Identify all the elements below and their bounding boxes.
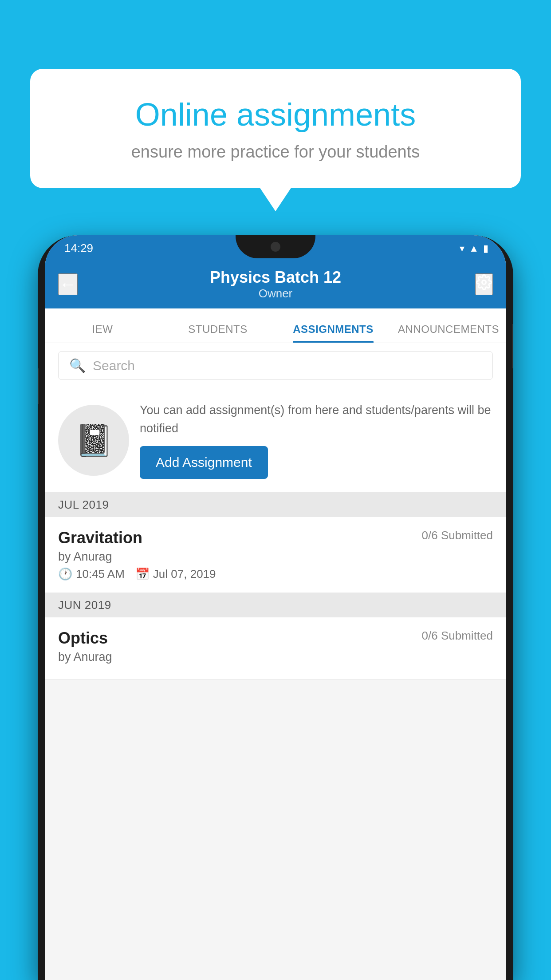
tab-students[interactable]: STUDENTS <box>160 323 276 343</box>
assignment-author-gravitation: by Anurag <box>58 550 493 564</box>
notebook-icon: 📓 <box>75 422 113 458</box>
tab-iew[interactable]: IEW <box>45 323 160 343</box>
assignment-date-gravitation: 📅 Jul 07, 2019 <box>135 567 216 581</box>
section-header-jun: JUN 2019 <box>45 593 506 617</box>
svg-point-0 <box>482 280 486 284</box>
speech-bubble-title: Online assignments <box>61 95 490 134</box>
back-button[interactable]: ← <box>58 273 78 295</box>
assignment-item-gravitation[interactable]: Gravitation 0/6 Submitted by Anurag 🕐 10… <box>45 517 506 593</box>
phone-frame: 14:29 ▾ ▲ ▮ ← Physics Batch 12 Owner <box>38 235 513 980</box>
signal-icon: ▲ <box>469 243 479 254</box>
assignment-submitted-gravitation: 0/6 Submitted <box>422 529 493 542</box>
assignment-row-top-optics: Optics 0/6 Submitted <box>58 629 493 648</box>
assignment-row-top: Gravitation 0/6 Submitted <box>58 529 493 547</box>
assignment-time-gravitation: 🕐 10:45 AM <box>58 567 125 581</box>
assignment-title-optics: Optics <box>58 629 108 648</box>
speech-bubble: Online assignments ensure more practice … <box>30 69 521 188</box>
assignment-meta-gravitation: 🕐 10:45 AM 📅 Jul 07, 2019 <box>58 567 493 581</box>
promo-box: 📓 You can add assignment(s) from here an… <box>45 388 506 493</box>
speech-bubble-container: Online assignments ensure more practice … <box>30 69 521 188</box>
tab-announcements[interactable]: ANNOUNCEMENTS <box>391 323 506 343</box>
app-bar-title-wrap: Physics Batch 12 Owner <box>210 268 341 300</box>
promo-description: You can add assignment(s) from here and … <box>140 401 493 437</box>
side-button-left <box>38 368 39 404</box>
side-button-right <box>512 324 513 368</box>
tab-assignments[interactable]: ASSIGNMENTS <box>276 323 391 343</box>
phone-inner: 14:29 ▾ ▲ ▮ ← Physics Batch 12 Owner <box>45 235 506 980</box>
search-placeholder-text: Search <box>93 358 135 373</box>
settings-button[interactable] <box>475 273 493 295</box>
status-time: 14:29 <box>64 240 93 255</box>
speech-bubble-subtitle: ensure more practice for your students <box>61 142 490 162</box>
battery-icon: ▮ <box>483 243 488 254</box>
promo-icon-circle: 📓 <box>58 405 129 476</box>
status-icons: ▾ ▲ ▮ <box>460 241 488 254</box>
screen-content: 🔍 Search 📓 You can add assignment(s) fro… <box>45 343 506 980</box>
phone-notch <box>236 235 315 258</box>
clock-icon: 🕐 <box>58 567 72 581</box>
promo-text-wrap: You can add assignment(s) from here and … <box>140 401 493 479</box>
assignment-submitted-optics: 0/6 Submitted <box>422 629 493 643</box>
wifi-icon: ▾ <box>460 243 464 254</box>
app-bar-title: Physics Batch 12 <box>210 268 341 287</box>
assignment-author-optics: by Anurag <box>58 650 493 664</box>
search-bar-container: 🔍 Search <box>45 343 506 388</box>
app-bar: ← Physics Batch 12 Owner <box>45 260 506 308</box>
app-bar-subtitle: Owner <box>210 287 341 300</box>
camera-dot <box>271 242 280 252</box>
calendar-icon: 📅 <box>135 567 150 581</box>
assignment-item-optics[interactable]: Optics 0/6 Submitted by Anurag <box>45 617 506 680</box>
assignment-title-gravitation: Gravitation <box>58 529 142 547</box>
search-icon: 🔍 <box>69 358 86 373</box>
section-header-jul: JUL 2019 <box>45 493 506 517</box>
search-input-wrap[interactable]: 🔍 Search <box>58 351 493 380</box>
tabs-bar: IEW STUDENTS ASSIGNMENTS ANNOUNCEMENTS <box>45 308 506 343</box>
phone-container: 14:29 ▾ ▲ ▮ ← Physics Batch 12 Owner <box>38 235 513 980</box>
add-assignment-button[interactable]: Add Assignment <box>140 446 268 479</box>
